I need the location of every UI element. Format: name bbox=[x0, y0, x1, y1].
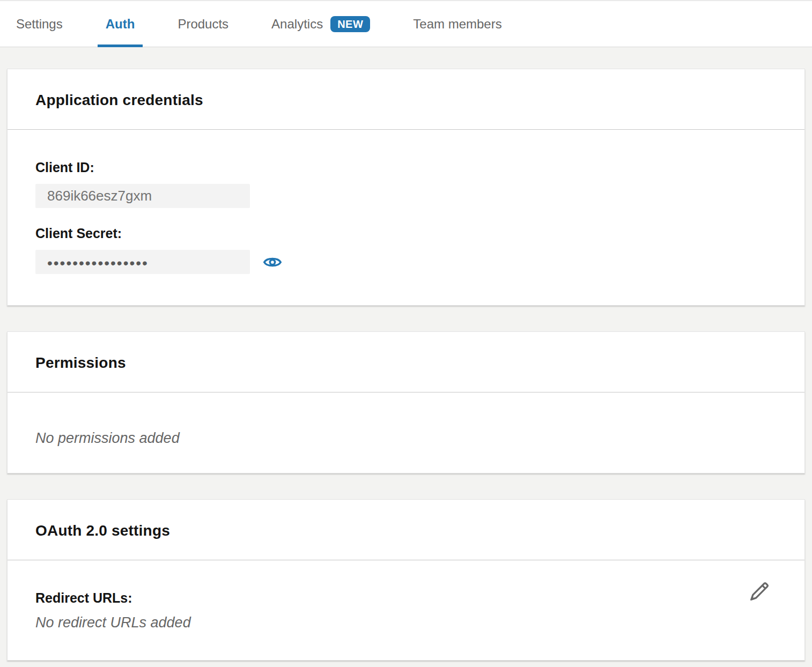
oauth-settings-card: OAuth 2.0 settings Redirect URLs: No red… bbox=[7, 499, 805, 661]
client-secret-value[interactable]: •••••••••••••••• bbox=[35, 250, 250, 274]
new-badge: NEW bbox=[330, 16, 370, 32]
oauth-settings-header: OAuth 2.0 settings bbox=[8, 500, 804, 560]
tab-auth-label: Auth bbox=[106, 17, 135, 32]
oauth-settings-body: Redirect URLs: No redirect URLs added bbox=[8, 560, 804, 660]
redirect-urls-label: Redirect URLs: bbox=[35, 590, 777, 606]
tab-auth[interactable]: Auth bbox=[98, 1, 143, 47]
pencil-icon[interactable] bbox=[747, 580, 771, 604]
application-credentials-card: Application credentials Client ID: 869ik… bbox=[7, 69, 805, 306]
permissions-card: Permissions No permissions added bbox=[7, 331, 805, 473]
tab-products[interactable]: Products bbox=[169, 1, 237, 47]
eye-icon[interactable] bbox=[263, 253, 282, 272]
tab-team-members-label: Team members bbox=[413, 17, 501, 32]
tab-analytics-label: Analytics bbox=[271, 17, 323, 32]
redirect-urls-empty-text: No redirect URLs added bbox=[35, 614, 777, 631]
permissions-empty-text: No permissions added bbox=[35, 430, 777, 447]
oauth-settings-title: OAuth 2.0 settings bbox=[35, 522, 777, 539]
tab-settings[interactable]: Settings bbox=[8, 1, 71, 47]
client-id-value[interactable]: 869ik66esz7gxm bbox=[35, 184, 250, 208]
client-id-label: Client ID: bbox=[35, 160, 777, 175]
permissions-body: No permissions added bbox=[8, 392, 804, 473]
application-credentials-title: Application credentials bbox=[35, 92, 777, 109]
client-id-field: Client ID: 869ik66esz7gxm bbox=[35, 160, 777, 208]
auth-settings-page: Application credentials Client ID: 869ik… bbox=[0, 47, 812, 667]
permissions-title: Permissions bbox=[35, 354, 777, 372]
tab-products-label: Products bbox=[178, 17, 228, 32]
credentials-body: Client ID: 869ik66esz7gxm Client Secret:… bbox=[8, 130, 804, 305]
tab-team-members[interactable]: Team members bbox=[405, 1, 510, 47]
tab-bar: Settings Auth Products Analytics NEW Tea… bbox=[0, 0, 812, 47]
permissions-header: Permissions bbox=[8, 332, 804, 392]
application-credentials-header: Application credentials bbox=[8, 69, 804, 129]
client-secret-label: Client Secret: bbox=[35, 226, 777, 241]
tab-settings-label: Settings bbox=[16, 17, 63, 32]
client-secret-field: Client Secret: •••••••••••••••• bbox=[35, 226, 777, 274]
tab-analytics[interactable]: Analytics NEW bbox=[263, 1, 378, 47]
